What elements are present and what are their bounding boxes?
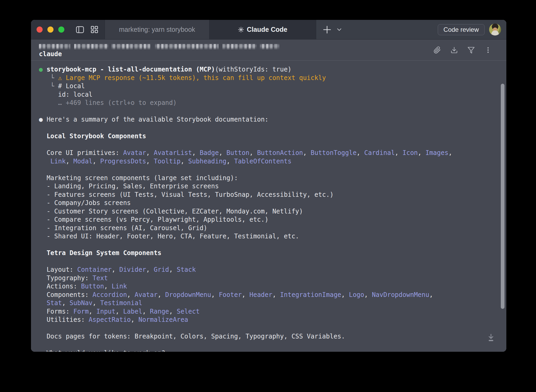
terminal-text: - Shared UI: Header, Footer, Hero, CTA, … bbox=[39, 233, 299, 240]
terminal-line: Marketing screen components (large set i… bbox=[39, 174, 500, 182]
terminal-line: Local Storybook Components bbox=[39, 132, 500, 141]
terminal-line: Link, Modal, ProgressDots, Tooltip, Subh… bbox=[39, 157, 500, 166]
grid-layout-icon[interactable] bbox=[91, 26, 98, 33]
terminal-text: , bbox=[192, 149, 200, 157]
terminal-line: … +469 lines (ctrl+o to expand) bbox=[39, 99, 500, 107]
filter-icon[interactable] bbox=[467, 46, 476, 55]
command-header: claude bbox=[31, 39, 506, 61]
terminal-text: - Landing, Pricing, Sales, Enterprise sc… bbox=[39, 182, 219, 190]
component-link-text: Header bbox=[249, 291, 273, 299]
terminal-line: └ # Local bbox=[39, 82, 500, 91]
tab-label: marketing: yarn storybook bbox=[119, 26, 195, 33]
component-link-text: Divider bbox=[119, 266, 146, 273]
close-window-button[interactable] bbox=[37, 26, 43, 33]
component-link-text: Images bbox=[425, 149, 448, 157]
component-link-text: ButtonToggle bbox=[311, 149, 356, 157]
terminal-line bbox=[39, 341, 500, 349]
terminal-line bbox=[39, 324, 500, 333]
terminal-text: , bbox=[448, 149, 452, 157]
window-controls bbox=[31, 20, 105, 39]
attachment-icon[interactable] bbox=[433, 46, 442, 55]
terminal-text: , bbox=[92, 158, 100, 165]
tab-label: Claude Code bbox=[247, 26, 287, 33]
toggle-sidebar-icon[interactable] bbox=[76, 26, 84, 33]
terminal-text: , bbox=[62, 299, 70, 307]
component-link-text: AspectRatio bbox=[89, 316, 131, 323]
terminal-line: └ ⚠ Large MCP response (~11.5k tokens), … bbox=[39, 74, 500, 82]
terminal-text: Tetra Design System Components bbox=[39, 249, 161, 257]
minimize-window-button[interactable] bbox=[47, 26, 53, 33]
terminal-line: Stat, SubNav, Testimonial bbox=[39, 299, 500, 308]
component-link-text: Link bbox=[50, 158, 66, 165]
component-link-text: Stat bbox=[47, 299, 62, 307]
component-link-text: Modal bbox=[73, 158, 92, 165]
component-link-text: Select bbox=[177, 308, 200, 315]
component-link-text: SubNav bbox=[70, 299, 93, 307]
terminal-line: Forms: Form, Input, Label, Range, Select bbox=[39, 308, 500, 316]
component-link-text: Accordion bbox=[92, 291, 127, 299]
terminal-line: Utilities: AspectRatio, NormalizeArea bbox=[39, 316, 500, 324]
terminal-line: - Customer Story screens (Collective, EZ… bbox=[39, 207, 500, 216]
new-tab-button[interactable] bbox=[321, 24, 333, 36]
terminal-text: , bbox=[429, 291, 433, 299]
zoom-window-button[interactable] bbox=[58, 26, 64, 33]
terminal-line bbox=[39, 124, 500, 132]
download-icon[interactable] bbox=[450, 46, 459, 55]
terminal-text: - Features screens (UI Tests, Visual Tes… bbox=[39, 191, 334, 198]
terminal-text: , bbox=[112, 266, 119, 273]
redacted-path-line bbox=[39, 44, 279, 49]
component-link-text: AvatarList bbox=[154, 149, 192, 157]
terminal-line: Docs pages for tokens: Breakpoint, Color… bbox=[39, 332, 500, 341]
terminal-text bbox=[43, 66, 46, 73]
claude-spark-icon bbox=[238, 27, 244, 33]
terminal-text: , bbox=[131, 316, 139, 323]
terminal-text: └ bbox=[39, 74, 58, 82]
terminal-text: , bbox=[303, 149, 311, 157]
terminal-text: , bbox=[169, 266, 177, 273]
terminal-line bbox=[39, 257, 500, 266]
component-link-text: Logo bbox=[349, 291, 364, 299]
component-link-text: Stack bbox=[177, 266, 196, 273]
terminal-line: - Company/Jobs screens bbox=[39, 199, 500, 207]
terminal-text bbox=[39, 299, 47, 307]
component-link-text: Link bbox=[112, 283, 127, 290]
chevron-down-icon[interactable] bbox=[335, 25, 344, 34]
tab-bar: marketing: yarn storybook Claude Code bbox=[31, 20, 506, 39]
user-avatar[interactable] bbox=[489, 24, 501, 35]
component-link-text: Button bbox=[81, 283, 104, 290]
component-link-text: Avatar bbox=[135, 291, 158, 299]
terminal-text: Local Storybook Components bbox=[39, 132, 146, 140]
tab-bar-right: Code review bbox=[316, 20, 506, 39]
terminal-text: , bbox=[356, 149, 364, 157]
terminal-text: , bbox=[395, 149, 403, 157]
tab-claude-code[interactable]: Claude Code bbox=[209, 20, 316, 39]
component-link-text: Icon bbox=[403, 149, 418, 157]
terminal-content: ● storybook-mcp - list-all-documentation… bbox=[31, 61, 506, 352]
terminal-line: - Integration screens (AI, Carousel, Gri… bbox=[39, 224, 500, 233]
terminal-text: - Compare screens (vs Percy, Playwright,… bbox=[39, 216, 269, 223]
terminal-text: , bbox=[211, 291, 219, 299]
terminal-text: storybook-mcp - list-all-documentation (… bbox=[47, 66, 215, 73]
terminal-text: … +469 lines (ctrl+o to expand) bbox=[39, 99, 177, 106]
tab-marketing-yarn-storybook[interactable]: marketing: yarn storybook bbox=[105, 20, 209, 39]
terminal-line bbox=[39, 166, 500, 174]
terminal-line: What would you like to work on? bbox=[39, 349, 500, 352]
component-link-text: Subheading bbox=[188, 158, 227, 165]
terminal-text: , bbox=[226, 158, 234, 165]
component-link-text: Avatar bbox=[123, 149, 146, 157]
component-link-text: ButtonAction bbox=[257, 149, 303, 157]
scrollbar-thumb[interactable] bbox=[501, 84, 504, 309]
terminal-text: , bbox=[272, 291, 280, 299]
code-review-button[interactable]: Code review bbox=[438, 24, 485, 35]
terminal-text: , bbox=[219, 149, 226, 157]
component-link-text: Range bbox=[150, 308, 169, 315]
more-options-kebab-icon[interactable] bbox=[484, 46, 493, 55]
terminal-text: , bbox=[142, 308, 150, 315]
terminal-text: Components: bbox=[39, 291, 92, 299]
terminal-text: Layout: bbox=[39, 266, 77, 273]
component-link-text: Container bbox=[77, 266, 112, 273]
scroll-to-bottom-icon[interactable] bbox=[486, 333, 496, 342]
terminal-line: Tetra Design System Components bbox=[39, 249, 500, 257]
terminal-text: id: local bbox=[39, 91, 92, 98]
terminal-text: (withStoryIds: true) bbox=[215, 66, 292, 73]
